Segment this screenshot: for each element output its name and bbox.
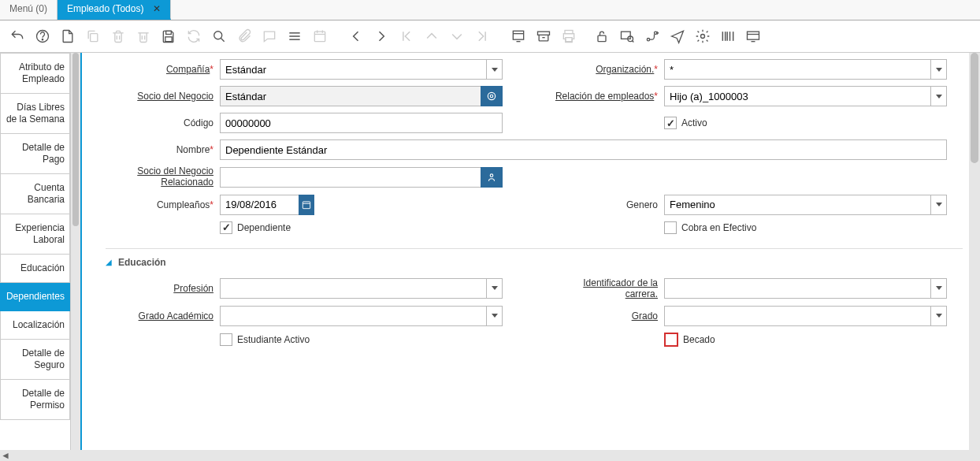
organizacion-dropdown-button[interactable] <box>930 59 947 80</box>
new-icon[interactable] <box>57 25 79 47</box>
carrera-label: Identificador de la carrera. <box>583 277 658 299</box>
svg-rect-20 <box>566 38 572 42</box>
svg-rect-22 <box>622 32 631 39</box>
content-area: Compañía* Organización.* <box>82 53 980 461</box>
grado-dropdown-button[interactable] <box>930 306 947 326</box>
cobra-checkbox[interactable] <box>664 221 677 234</box>
estudiante-checkbox-wrap[interactable]: Estudiante Activo <box>220 333 310 346</box>
estudiante-checkbox[interactable] <box>220 333 232 346</box>
collapse-icon[interactable]: ◢ <box>106 258 112 266</box>
sidebar-item-atributo[interactable]: Atributo de Empleado <box>0 53 70 94</box>
organizacion-input[interactable] <box>664 59 930 80</box>
codigo-label: Código <box>184 117 213 128</box>
section-educacion-header[interactable]: ◢ Educación <box>106 248 963 277</box>
relacion-label: Relación de empleados <box>555 91 654 102</box>
sidebar-item-detalle-permiso[interactable]: Detalle de Permiso <box>0 380 70 420</box>
delete-icon <box>107 25 129 47</box>
relacion-input[interactable] <box>664 86 930 106</box>
genero-dropdown-button[interactable] <box>930 195 947 215</box>
genero-label: Genero <box>626 199 658 210</box>
sidebar-item-cuenta-bancaria[interactable]: Cuenta Bancaria <box>0 174 70 214</box>
grado-acad-label: Grado Académico <box>139 310 213 322</box>
barcode-icon[interactable] <box>717 25 739 47</box>
sidebar-item-dependientes[interactable]: Dependientes <box>0 283 70 311</box>
grado-label: Grado <box>632 310 658 322</box>
sidebar-item-detalle-pago[interactable]: Detalle de Pago <box>0 134 70 174</box>
scroll-left-icon[interactable]: ◄ <box>0 450 11 461</box>
close-icon[interactable]: ✕ <box>153 3 161 14</box>
save-icon[interactable] <box>158 25 180 47</box>
codigo-input[interactable] <box>220 113 503 133</box>
nombre-label: Nombre <box>176 144 210 155</box>
last-icon <box>471 25 493 47</box>
carrera-dropdown-button[interactable] <box>930 278 947 299</box>
organizacion-label: Organización. <box>596 64 654 75</box>
sidebar-item-detalle-seguro[interactable]: Detalle de Seguro <box>0 340 70 380</box>
sidebar-item-experiencia[interactable]: Experiencia Laboral <box>0 214 70 255</box>
activo-checkbox-wrap[interactable]: Activo <box>664 117 707 129</box>
workflow-icon[interactable] <box>641 25 663 47</box>
socio-input[interactable] <box>220 86 481 106</box>
bottom-scrollbar[interactable]: ◄ <box>0 450 980 461</box>
sidebar-item-educacion[interactable]: Educación <box>0 255 70 283</box>
zoom-icon[interactable] <box>616 25 638 47</box>
send-icon[interactable] <box>666 25 689 47</box>
content-scrollbar[interactable] <box>969 53 980 461</box>
section-educacion-title: Educación <box>118 257 166 268</box>
tab-menu[interactable]: Menú (0) <box>0 0 58 20</box>
profesion-input[interactable] <box>220 278 486 299</box>
grid-icon[interactable] <box>284 25 306 47</box>
cumple-calendar-button[interactable] <box>299 195 314 215</box>
undo-icon[interactable] <box>6 25 28 47</box>
socio-rel-lookup-button[interactable] <box>481 167 503 188</box>
nombre-input[interactable] <box>220 139 947 160</box>
relacion-dropdown-button[interactable] <box>930 86 947 106</box>
socio-rel-input[interactable] <box>220 167 481 188</box>
socio-label: Socio del Negocio <box>137 91 213 102</box>
cumple-input[interactable] <box>220 195 299 215</box>
sidebar-scrollbar[interactable] <box>71 53 82 461</box>
compania-input[interactable] <box>220 59 486 80</box>
svg-rect-33 <box>748 32 759 39</box>
activo-checkbox[interactable] <box>664 117 677 129</box>
activo-label: Activo <box>681 117 707 128</box>
cobra-checkbox-wrap[interactable]: Cobra en Efectivo <box>664 221 756 234</box>
grado-input[interactable] <box>664 306 930 326</box>
svg-rect-15 <box>513 31 523 39</box>
becado-checkbox[interactable] <box>664 333 678 347</box>
dependiente-checkbox-wrap[interactable]: Dependiente <box>220 221 291 234</box>
attach-icon <box>233 25 255 47</box>
grado-acad-input[interactable] <box>220 306 486 326</box>
profesion-dropdown-button[interactable] <box>486 278 503 299</box>
toolbar <box>0 20 980 53</box>
compania-dropdown-button[interactable] <box>486 59 503 80</box>
socio-lookup-button[interactable] <box>481 86 503 106</box>
gear-icon[interactable] <box>692 25 714 47</box>
sidebar-item-localizacion[interactable]: Localización <box>0 311 70 340</box>
archive-icon[interactable] <box>533 25 555 47</box>
next-icon[interactable] <box>370 25 392 47</box>
dependiente-checkbox[interactable] <box>220 221 232 234</box>
genero-input[interactable] <box>664 195 930 215</box>
lock-icon[interactable] <box>591 25 613 47</box>
sidebar-item-dias-libres[interactable]: Días Libres de la Semana <box>0 94 70 134</box>
delete-all-icon <box>132 25 154 47</box>
screen-icon[interactable] <box>742 25 764 47</box>
becado-label: Becado <box>683 334 715 345</box>
carrera-input[interactable] <box>664 278 930 299</box>
prev-icon[interactable] <box>345 25 367 47</box>
tab-empleado[interactable]: Empleado (Todos) ✕ <box>58 0 171 20</box>
estudiante-label: Estudiante Activo <box>237 334 310 345</box>
report-icon[interactable] <box>507 25 529 47</box>
calendar-icon <box>309 25 331 47</box>
help-icon[interactable] <box>32 25 54 47</box>
copy-icon <box>82 25 104 47</box>
svg-rect-39 <box>303 202 310 209</box>
profesion-label: Profesión <box>173 283 213 294</box>
print-icon <box>558 25 580 47</box>
grado-acad-dropdown-button[interactable] <box>486 306 503 326</box>
tab-menu-label: Menú (0) <box>9 3 47 14</box>
becado-checkbox-wrap[interactable]: Becado <box>664 333 715 347</box>
svg-point-5 <box>214 32 222 39</box>
search-icon[interactable] <box>208 25 230 47</box>
